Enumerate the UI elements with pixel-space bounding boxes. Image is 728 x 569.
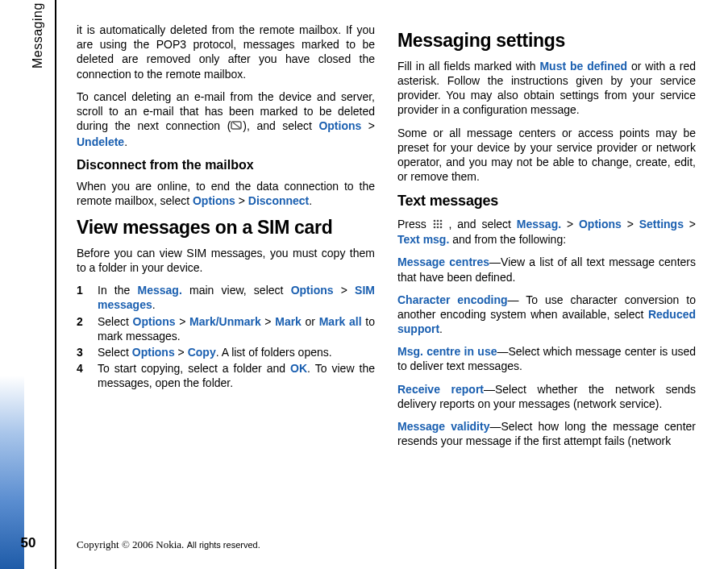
heading-text-messages: Text messages — [397, 192, 696, 210]
messag-link: Messag. — [517, 218, 561, 231]
disconnect-link: Disconnect — [248, 194, 309, 207]
text: and from the following: — [449, 233, 566, 246]
steps-list: 1 In the Messag. main view, select Optio… — [77, 283, 375, 390]
list-item: 3 Select Options > Copy. A list of folde… — [77, 345, 375, 359]
text: > — [175, 346, 188, 359]
menu-key-icon — [432, 218, 443, 232]
page-content: it is automatically deleted from the rem… — [77, 23, 705, 456]
svg-point-2 — [433, 220, 435, 222]
text-msg-link: Text msg. — [397, 233, 449, 246]
copy-link: Copy — [188, 346, 216, 359]
text: . — [309, 194, 312, 207]
mark-all-link: Mark all — [319, 315, 362, 328]
heading-settings: Messaging settings — [397, 29, 696, 53]
paragraph: Message centres—View a list of all text … — [397, 255, 696, 284]
svg-point-10 — [439, 226, 442, 229]
options-link: Options — [579, 218, 622, 231]
text: . — [439, 322, 443, 335]
text: ), and select — [243, 119, 318, 132]
paragraph: Receive report—Select whether the networ… — [397, 382, 696, 411]
text: . A list of folders opens. — [216, 346, 332, 359]
paragraph: When you are online, to end the data con… — [77, 179, 375, 208]
options-link: Options — [318, 119, 361, 132]
copyright-tail: All rights reserved. — [187, 540, 260, 550]
character-encoding-label: Character encoding — [397, 293, 508, 306]
text: , and select — [443, 218, 517, 231]
page-number: 50 — [0, 535, 56, 551]
paragraph: Msg. centre in use—Select which message … — [397, 344, 696, 373]
text: > — [261, 315, 276, 328]
msg-centre-in-use-label: Msg. centre in use — [397, 345, 497, 358]
paragraph: To cancel deleting an e-mail from the de… — [77, 89, 375, 149]
message-centres-label: Message centres — [397, 255, 489, 268]
svg-point-6 — [436, 223, 439, 226]
svg-point-3 — [436, 220, 439, 222]
text: > — [622, 218, 639, 231]
mark-link: Mark — [275, 315, 302, 328]
paragraph: it is automatically deleted from the rem… — [77, 23, 375, 81]
left-column: it is automatically deleted from the rem… — [77, 23, 375, 456]
ok-link: OK — [290, 362, 307, 375]
receive-report-label: Receive report — [397, 383, 484, 396]
paragraph: Message validity—Select how long the mes… — [397, 419, 696, 448]
right-column: Messaging settings Fill in all fields ma… — [397, 23, 696, 456]
undelete-link: Undelete — [77, 135, 124, 148]
text: In the — [98, 284, 138, 297]
text: > — [561, 218, 579, 231]
paragraph: Some or all message centers or access po… — [397, 126, 696, 185]
text: main view, select — [182, 284, 291, 297]
list-item: 2 Select Options > Mark/Unmark > Mark or… — [77, 314, 375, 343]
paragraph: Press , and select Messag. > Options > S… — [397, 217, 696, 247]
svg-point-5 — [433, 223, 435, 226]
text: Select — [98, 315, 133, 328]
svg-line-1 — [233, 123, 240, 128]
text: > — [684, 218, 696, 231]
sidebar: Messaging 50 — [0, 0, 56, 569]
text: > — [235, 194, 248, 207]
text: or — [302, 315, 319, 328]
heading-sim: View messages on a SIM card — [77, 216, 375, 240]
svg-point-7 — [439, 223, 442, 226]
step-number: 1 — [77, 283, 83, 297]
heading-disconnect: Disconnect from the mailbox — [77, 157, 375, 174]
options-link: Options — [132, 346, 175, 359]
text: . — [124, 135, 127, 148]
text: . — [152, 298, 156, 311]
paragraph: Character encoding— To use character con… — [397, 293, 696, 337]
message-validity-label: Message validity — [397, 420, 489, 433]
text: To start copying, select a folder and — [98, 362, 290, 375]
text: Select — [98, 346, 132, 359]
svg-point-8 — [433, 226, 435, 229]
svg-point-4 — [439, 220, 442, 222]
text: > — [361, 119, 375, 132]
text: > — [175, 315, 189, 328]
svg-point-9 — [436, 226, 439, 229]
paragraph: Before you can view SIM messages, you mu… — [77, 246, 375, 275]
copyright-text: Copyright © 2006 Nokia. — [77, 538, 187, 550]
section-tab-label: Messaging — [31, 2, 45, 69]
text: Fill in all fields marked with — [397, 60, 539, 73]
mark-unmark-link: Mark/Unmark — [189, 315, 261, 328]
must-be-defined-link: Must be defined — [539, 60, 627, 73]
delete-mark-icon — [231, 119, 243, 134]
copyright: Copyright © 2006 Nokia. All rights reser… — [77, 538, 260, 551]
paragraph: Fill in all fields marked with Must be d… — [397, 59, 696, 118]
options-link: Options — [133, 315, 176, 328]
options-link: Options — [291, 284, 334, 297]
messag-link: Messag. — [138, 284, 182, 297]
text: Press — [397, 218, 432, 231]
list-item: 4 To start copying, select a folder and … — [77, 361, 375, 390]
settings-link: Settings — [639, 218, 684, 231]
step-number: 4 — [77, 361, 83, 376]
step-number: 3 — [77, 345, 83, 359]
step-number: 2 — [77, 314, 83, 329]
list-item: 1 In the Messag. main view, select Optio… — [77, 283, 375, 312]
text: > — [334, 284, 356, 297]
options-link: Options — [193, 194, 235, 207]
